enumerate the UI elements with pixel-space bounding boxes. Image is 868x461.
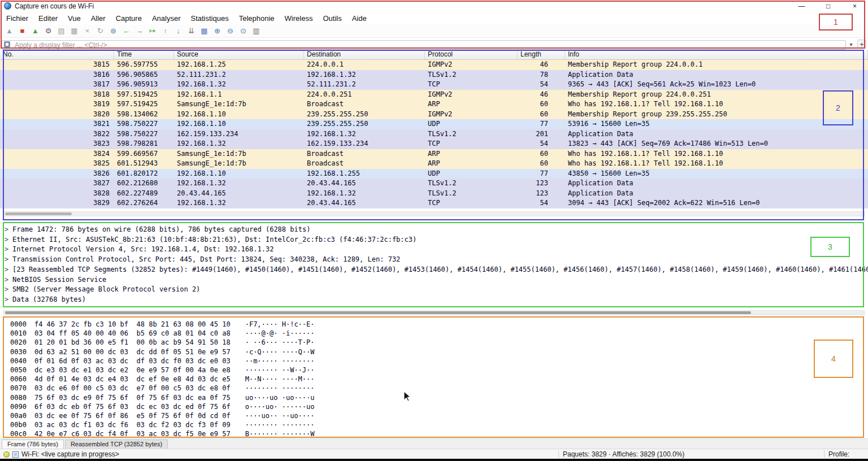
column-header[interactable]: Time [114, 50, 174, 59]
packet-row[interactable]: 3815 596.597755 192.168.1.25 224.0.0.1 I… [0, 60, 868, 70]
menu-item[interactable]: Fichier [1, 12, 33, 24]
packet-row[interactable]: 3829 602.276264 192.168.1.32 20.43.44.16… [0, 198, 868, 208]
hex-line[interactable]: 001003 04 ff 05 40 00 40 06 b5 69 c0 a8 … [10, 329, 868, 338]
hex-line[interactable]: 00b003 ac 03 dc f1 03 dc f6 03 dc f2 03 … [10, 420, 868, 429]
last-packet-icon[interactable]: ↓ [172, 25, 185, 37]
menu-item[interactable]: Aide [347, 12, 372, 24]
menu-item[interactable]: Statistiques [185, 12, 233, 24]
menu-item[interactable]: Wireless [280, 12, 318, 24]
details-hscrollbar[interactable] [3, 310, 865, 315]
detail-line[interactable]: >Internet Protocol Version 4, Src: 192.1… [5, 245, 868, 255]
menu-item[interactable]: Analyser [147, 12, 186, 24]
display-filter-input[interactable] [2, 40, 846, 50]
detail-line[interactable]: >SMB2 (Server Message Block Protocol ver… [5, 285, 868, 295]
packet-row[interactable]: 3822 598.750227 162.159.133.234 192.168.… [0, 129, 868, 140]
column-header[interactable]: Info [565, 50, 868, 59]
hex-line[interactable]: 0050dc e3 03 dc e1 03 dc e2 0e e9 57 0f … [10, 366, 868, 375]
packet-row[interactable]: 3821 598.750227 192.168.1.10 239.255.255… [0, 119, 868, 129]
menu-item[interactable]: Aller [86, 12, 111, 24]
packet-row[interactable]: 3827 602.212680 192.168.1.32 20.43.44.16… [0, 179, 868, 189]
filter-add-button[interactable]: + [857, 40, 866, 49]
hex-line[interactable]: 00906f 03 dc eb 0f 75 6f 03 dc ec 03 dc … [10, 402, 868, 411]
packet-row[interactable]: 3825 601.512943 SamsungE_1e:1d:7b Broadc… [0, 159, 868, 169]
detail-line[interactable]: >Frame 1472: 786 bytes on wire (6288 bit… [5, 225, 868, 235]
menu-item[interactable]: Vue [63, 12, 86, 24]
column-header[interactable]: Source [174, 50, 304, 59]
bookmark-icon[interactable] [4, 41, 10, 47]
detail-line[interactable]: >Ethernet II, Src: ASUSTekC_8b:21:63 (10… [5, 235, 868, 245]
packet-row[interactable]: 3819 597.519425 SamsungE_1e:1d:7b Broadc… [0, 99, 868, 110]
detail-line[interactable]: >Data (32768 bytes) [5, 295, 868, 305]
detail-line[interactable]: >Transmission Control Protocol, Src Port… [5, 255, 868, 265]
column-header[interactable]: No. [0, 50, 114, 59]
capture-start-icon[interactable]: ▲ [3, 25, 16, 37]
menu-item[interactable]: Editer [33, 12, 63, 24]
autoscroll-icon[interactable]: ⇊ [185, 25, 198, 37]
capture-comment-icon[interactable]: ≡ [12, 451, 19, 458]
packet-row[interactable]: 3828 602.227489 20.43.44.165 192.168.1.3… [0, 189, 868, 199]
hex-line[interactable]: 00a003 dc ee 0f 75 6f 0f 86 e5 0f 75 6f … [10, 411, 868, 420]
hex-line[interactable]: 00400f 01 6d 0f 03 ac 03 dc df 03 dc f0 … [10, 356, 868, 366]
scrollbar-thumb[interactable] [5, 212, 72, 215]
hex-line[interactable]: 002001 20 01 bd 36 00 e5 f1 00 0b ac b9 … [10, 338, 868, 347]
capture-options-icon[interactable]: ⚙ [42, 25, 55, 37]
detail-line[interactable]: >NetBIOS Session Service [5, 275, 868, 285]
hex-line[interactable]: 00604d 0f 01 4e 03 dc e4 03 dc ef 0e e8 … [10, 375, 868, 384]
close-file-icon[interactable]: × [81, 25, 94, 37]
packet-row[interactable]: 3824 599.669567 SamsungE_1e:1d:7b Broadc… [0, 149, 868, 159]
packet-row[interactable]: 3820 598.134062 192.168.1.10 239.255.255… [0, 110, 868, 120]
menu-item[interactable]: Outils [318, 12, 346, 24]
back-icon[interactable]: ← [120, 25, 133, 37]
forward-icon[interactable]: → [133, 25, 146, 37]
find-packet-icon[interactable]: ⊚ [107, 25, 120, 37]
reload-icon[interactable]: ↻ [94, 25, 107, 37]
column-header[interactable]: Destination [304, 50, 425, 59]
hex-offset: 0040 [10, 357, 27, 365]
menu-item[interactable]: Capture [111, 12, 147, 24]
hex-line[interactable]: 008075 6f 03 dc e9 0f 75 6f 0f 75 6f 03 … [10, 393, 868, 402]
hex-line[interactable]: 007003 dc e6 0f 00 c5 03 dc e7 0f 00 c5 … [10, 384, 868, 393]
expand-arrow-icon[interactable]: > [5, 275, 12, 285]
hex-line[interactable]: 00c042 0e e7 c6 03 dc f4 0f 03 ac 03 dc … [10, 429, 868, 438]
first-packet-icon[interactable]: ↑ [159, 25, 172, 37]
goto-packet-icon[interactable]: ↦ [146, 25, 159, 37]
expand-arrow-icon[interactable]: > [5, 295, 12, 305]
expand-arrow-icon[interactable]: > [5, 225, 12, 235]
minimize-button[interactable]: — [788, 0, 815, 12]
expand-arrow-icon[interactable]: > [5, 265, 12, 275]
expert-info-icon[interactable] [3, 451, 10, 458]
zoom-in-icon[interactable]: ⊕ [211, 25, 224, 37]
packet-source: 192.168.1.32 [174, 80, 304, 90]
capture-restart-icon[interactable]: ▲ [29, 25, 42, 37]
column-header[interactable]: Protocol [425, 50, 518, 59]
expand-arrow-icon[interactable]: > [5, 235, 12, 245]
menu-item[interactable]: Telephonie [234, 12, 280, 24]
hex-line[interactable]: 00300d 63 a2 51 00 00 dc 03 dc dd 0f 05 … [10, 347, 868, 356]
packet-list-hscrollbar[interactable] [3, 211, 865, 216]
hex-line[interactable]: 0000f4 46 37 2c fb c3 10 bf 48 8b 21 63 … [10, 320, 868, 329]
zoom-out-icon[interactable]: ⊖ [224, 25, 237, 37]
byte-view-tab[interactable]: Frame (786 bytes) [2, 440, 64, 449]
open-file-icon[interactable]: ▤ [55, 25, 68, 37]
packet-row[interactable]: 3823 598.798281 192.168.1.32 162.159.133… [0, 139, 868, 149]
hex-offset: 0010 [10, 329, 27, 337]
colorize-icon[interactable]: ▩ [198, 25, 211, 37]
maximize-button[interactable]: □ [815, 0, 841, 12]
detail-line[interactable]: >[23 Reassembled TCP Segments (32852 byt… [5, 265, 868, 275]
expand-arrow-icon[interactable]: > [5, 255, 12, 265]
save-file-icon[interactable]: ▦ [68, 25, 81, 37]
zoom-original-icon[interactable]: ⊙ [237, 25, 250, 37]
packet-row[interactable]: 3826 601.820172 192.168.1.10 192.168.1.2… [0, 169, 868, 179]
resize-columns-icon[interactable]: ▥ [250, 25, 263, 37]
column-header[interactable]: Length [518, 50, 565, 59]
packet-row[interactable]: 3817 596.905913 192.168.1.32 52.111.231.… [0, 80, 868, 90]
expand-arrow-icon[interactable]: > [5, 285, 12, 295]
filter-dropdown-icon[interactable]: ▾ [846, 41, 856, 47]
packet-row[interactable]: 3816 596.905865 52.111.231.2 192.168.1.3… [0, 70, 868, 80]
expand-arrow-icon[interactable]: > [5, 245, 12, 255]
scrollbar-thumb[interactable] [5, 311, 751, 314]
byte-view-tab[interactable]: Reassembled TCP (32852 bytes) [65, 440, 168, 449]
capture-stop-icon[interactable]: ■ [16, 25, 29, 37]
packet-row[interactable]: 3818 597.519425 192.168.1.1 224.0.0.251 … [0, 90, 868, 100]
close-button[interactable]: × [841, 0, 868, 12]
